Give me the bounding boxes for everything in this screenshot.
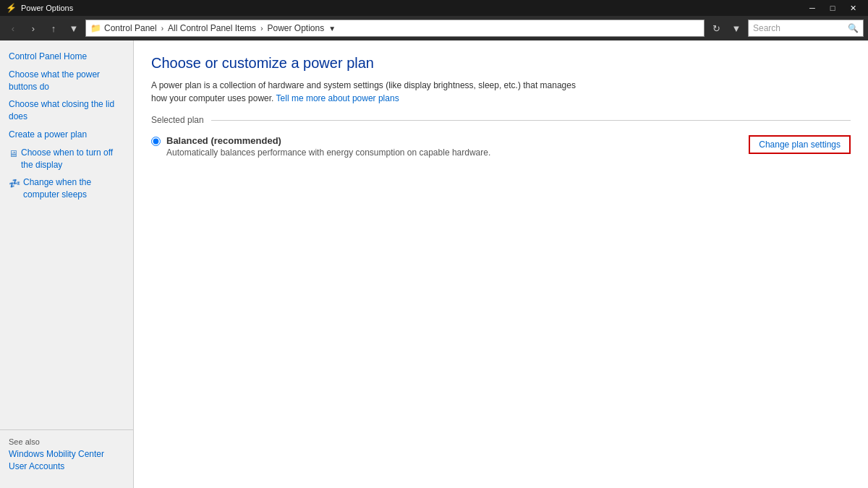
breadcrumb-arrow-1[interactable]: › [160,25,165,33]
minimize-button[interactable]: ─ [803,0,822,16]
address-bar: 📁 Control Panel › All Control Panel Item… [85,20,705,37]
title-bar: ⚡ Power Options ─ □ ✕ [0,0,868,16]
see-also-label: See also [9,437,124,446]
sleep-icon: 💤 [9,177,20,190]
plan-left: Balanced (recommended) Automatically bal… [151,135,490,158]
sidebar: Control Panel Home Choose what the power… [0,40,134,488]
page-description: A power plan is a collection of hardware… [151,79,851,105]
breadcrumb-power-options[interactable]: Power Options [267,23,324,33]
sidebar-item-user-accounts[interactable]: User Accounts [9,461,124,471]
sidebar-label-change-sleep: Change when the computer sleeps [23,176,124,201]
learn-more-link[interactable]: Tell me more about power plans [276,93,399,103]
breadcrumb-all-items[interactable]: All Control Panel Items [168,23,256,33]
page-title: Choose or customize a power plan [151,55,851,72]
up-button[interactable]: ↑ [45,20,62,37]
search-icon: 🔍 [848,23,859,33]
forward-button[interactable]: › [25,20,42,37]
app-icon: ⚡ [6,3,17,13]
breadcrumb-control-panel[interactable]: Control Panel [104,23,157,33]
recent-locations-button[interactable]: ▼ [65,20,82,37]
sidebar-nav: Control Panel Home Choose what the power… [0,48,133,424]
address-dropdown-button[interactable]: ▼ [728,20,745,37]
change-plan-settings-button[interactable]: Change plan settings [749,135,851,154]
plan-radio[interactable] [151,137,161,146]
plan-description: Automatically balances performance with … [166,147,490,158]
content-area: Choose or customize a power plan A power… [134,40,868,488]
sidebar-item-power-buttons[interactable]: Choose what the power buttons do [0,66,133,96]
section-divider [211,120,851,121]
close-button[interactable]: ✕ [843,0,862,16]
sidebar-item-windows-mobility[interactable]: Windows Mobility Center [9,449,124,459]
sidebar-item-closing-lid[interactable]: Choose what closing the lid does [0,95,133,126]
search-placeholder: Search [753,23,780,33]
nav-bar: ‹ › ↑ ▼ 📁 Control Panel › All Control Pa… [0,16,868,40]
maximize-button[interactable]: □ [823,0,842,16]
sidebar-label-turn-off-display: Choose when to turn off the display [21,147,124,171]
plan-info: Balanced (recommended) Automatically bal… [166,135,490,158]
back-button[interactable]: ‹ [4,20,22,37]
nav-right: ↻ ▼ Search 🔍 [707,20,864,37]
sidebar-item-turn-off-display[interactable]: 🖥 Choose when to turn off the display [0,144,133,174]
search-box[interactable]: Search 🔍 [748,20,864,37]
display-icon: 🖥 [9,147,18,160]
refresh-button[interactable]: ↻ [707,20,725,37]
plan-name: Balanced (recommended) [166,135,490,146]
sidebar-bottom: See also Windows Mobility Center User Ac… [0,429,133,481]
section-header: Selected plan [151,115,851,125]
main-container: Control Panel Home Choose what the power… [0,40,868,488]
window-controls: ─ □ ✕ [803,0,862,16]
breadcrumb-arrow-3[interactable]: ▼ [327,25,337,33]
plan-row: Balanced (recommended) Automatically bal… [151,132,851,160]
app-title: Power Options [21,4,73,12]
sidebar-item-control-panel-home[interactable]: Control Panel Home [0,48,133,66]
breadcrumb-arrow-2[interactable]: › [259,25,264,33]
sidebar-item-change-sleep[interactable]: 💤 Change when the computer sleeps [0,174,133,204]
sidebar-item-create-power-plan[interactable]: Create a power plan [0,126,133,144]
folder-icon: 📁 [90,23,101,33]
section-label: Selected plan [151,115,204,125]
